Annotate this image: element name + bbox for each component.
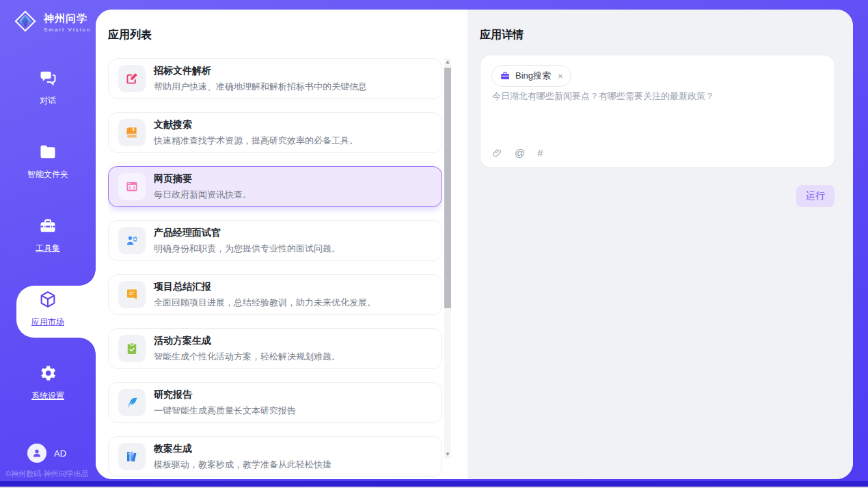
bottom-strip (0, 481, 868, 487)
tool-tag-label: Bing搜索 (515, 70, 551, 82)
input-toolbar: @# (492, 148, 543, 159)
app-card-text: 招标文件解析帮助用户快速、准确地理解和解析招标书中的关键信息 (154, 65, 367, 93)
app-card-description: 全面回顾项目进展，总结经验教训，助力未来优化发展。 (154, 297, 376, 309)
app-window: 神州问学 Smart Vision 对话智能文件夹工具集应用市场系统设置 AD … (0, 0, 868, 488)
app-card-title: 招标文件解析 (154, 65, 367, 77)
quill-icon (118, 389, 146, 416)
app-card-description: 快速精准查找学术资源，提高研究效率的必备工具。 (154, 135, 358, 147)
sidebar-item-cube[interactable]: 应用市场 (0, 290, 96, 328)
person-icon (31, 448, 42, 459)
app-card-list: 招标文件解析帮助用户快速、准确地理解和解析招标书中的关键信息文献搜索快速精准查找… (108, 58, 442, 479)
app-card-text: 活动方案生成智能生成个性化活动方案，轻松解决规划难题。 (154, 335, 340, 363)
app-card-title: 网页摘要 (154, 173, 252, 185)
app-card-text: 教案生成模板驱动，教案秒成，教学准备从此轻松快捷 (154, 443, 331, 471)
app-card[interactable]: 活动方案生成智能生成个性化活动方案，轻松解决规划难题。 (108, 328, 442, 369)
scrollbar-thumb[interactable] (444, 68, 451, 308)
books-icon (118, 443, 146, 470)
doc-edit-icon (118, 65, 146, 92)
scroll-down-arrow-icon[interactable]: ▼ (444, 450, 451, 459)
scrollbar[interactable]: ▲ ▼ (444, 58, 451, 459)
interviewer-icon (118, 227, 146, 254)
app-card-description: 明确身份和职责，为您提供专业性的面试问题。 (154, 243, 340, 255)
briefcase-icon (500, 70, 511, 81)
close-icon[interactable]: × (558, 71, 563, 81)
app-detail-title: 应用详情 (480, 28, 524, 42)
scroll-up-arrow-icon[interactable]: ▲ (444, 58, 451, 66)
mention-icon[interactable]: @ (515, 148, 525, 159)
app-card[interactable]: 网页摘要每日政府新闻资讯快查。 (108, 166, 442, 207)
toolbox-icon (38, 216, 57, 235)
sidebar-item-label: 工具集 (0, 243, 96, 254)
browser-code-icon (118, 173, 146, 200)
clipboard-check-icon (118, 335, 146, 362)
sidebar-item-label: 系统设置 (0, 390, 96, 402)
app-card-title: 研究报告 (154, 389, 296, 401)
sidebar-item-toolbox[interactable]: 工具集 (0, 216, 96, 254)
folder-icon (38, 142, 57, 161)
user-name: AD (54, 448, 66, 459)
app-card[interactable]: 招标文件解析帮助用户快速、准确地理解和解析招标书中的关键信息 (108, 58, 442, 99)
app-card[interactable]: 研究报告一键智能生成高质量长文本研究报告 (108, 382, 442, 423)
app-card-text: 研究报告一键智能生成高质量长文本研究报告 (154, 389, 296, 417)
prompt-text[interactable]: 今日湖北有哪些新闻要点？有哪些需要关注的最新政策？ (492, 90, 824, 103)
avatar[interactable] (27, 444, 46, 463)
app-card[interactable]: 产品经理面试官明确身份和职责，为您提供专业性的面试问题。 (108, 220, 442, 261)
memo-icon (118, 281, 146, 308)
sidebar-item-label: 应用市场 (0, 316, 96, 328)
app-card-title: 项目总结汇报 (154, 281, 376, 293)
app-card-title: 活动方案生成 (154, 335, 340, 347)
app-card[interactable]: 教案生成模板驱动，教案秒成，教学准备从此轻松快捷 (108, 436, 442, 477)
copyright-text: ©神州数码·神州问学出品 (5, 469, 89, 479)
app-detail-panel: 应用详情 Bing搜索 × 今日湖北有哪些新闻要点？有哪些需要关注的最新政策？ … (467, 10, 853, 479)
user-row[interactable]: AD (27, 444, 66, 463)
attachment-icon[interactable] (492, 148, 502, 159)
sidebar-item-gear[interactable]: 系统设置 (0, 364, 96, 402)
app-card-description: 每日政府新闻资讯快查。 (154, 189, 252, 201)
app-card-text: 文献搜索快速精准查找学术资源，提高研究效率的必备工具。 (154, 119, 358, 147)
app-card-description: 模板驱动，教案秒成，教学准备从此轻松快捷 (154, 459, 331, 471)
sidebar: 神州问学 Smart Vision 对话智能文件夹工具集应用市场系统设置 AD … (0, 0, 96, 488)
sidebar-item-label: 智能文件夹 (0, 169, 96, 180)
app-card-title: 文献搜索 (154, 119, 358, 131)
app-list-title: 应用列表 (108, 28, 152, 42)
brand-logo: 神州问学 Smart Vision (12, 8, 91, 37)
brand-name: 神州问学 (44, 12, 91, 25)
sidebar-item-chat[interactable]: 对话 (0, 68, 96, 107)
run-button[interactable]: 运行 (796, 185, 835, 207)
app-card[interactable]: 文献搜索快速精准查找学术资源，提高研究效率的必备工具。 (108, 112, 442, 153)
sidebar-item-folder[interactable]: 智能文件夹 (0, 142, 96, 180)
brand-tagline: Smart Vision (44, 27, 91, 33)
app-card-text: 项目总结汇报全面回顾项目进展，总结经验教训，助力未来优化发展。 (154, 281, 376, 309)
sidebar-item-label: 对话 (0, 95, 96, 107)
app-card-title: 教案生成 (154, 443, 331, 455)
app-card-text: 网页摘要每日政府新闻资讯快查。 (154, 173, 252, 201)
tool-tag-bing-search[interactable]: Bing搜索 × (491, 65, 571, 87)
book-icon (118, 119, 146, 146)
hashtag-icon[interactable]: # (537, 148, 543, 159)
app-card-text: 产品经理面试官明确身份和职责，为您提供专业性的面试问题。 (154, 227, 340, 255)
gear-icon (38, 364, 57, 383)
diamond-logo-icon (12, 8, 38, 37)
app-card-title: 产品经理面试官 (154, 227, 340, 239)
app-list-panel: 应用列表 招标文件解析帮助用户快速、准确地理解和解析招标书中的关键信息文献搜索快… (96, 10, 467, 479)
prompt-input-card[interactable]: Bing搜索 × 今日湖北有哪些新闻要点？有哪些需要关注的最新政策？ @# (480, 55, 835, 168)
cube-icon (38, 290, 57, 309)
app-card[interactable]: 项目总结汇报全面回顾项目进展，总结经验教训，助力未来优化发展。 (108, 274, 442, 315)
app-card-description: 智能生成个性化活动方案，轻松解决规划难题。 (154, 351, 340, 363)
app-card-description: 帮助用户快速、准确地理解和解析招标书中的关键信息 (154, 81, 367, 93)
chat-icon (38, 68, 57, 87)
app-card-description: 一键智能生成高质量长文本研究报告 (154, 405, 296, 417)
content-shell: 应用列表 招标文件解析帮助用户快速、准确地理解和解析招标书中的关键信息文献搜索快… (96, 10, 853, 479)
